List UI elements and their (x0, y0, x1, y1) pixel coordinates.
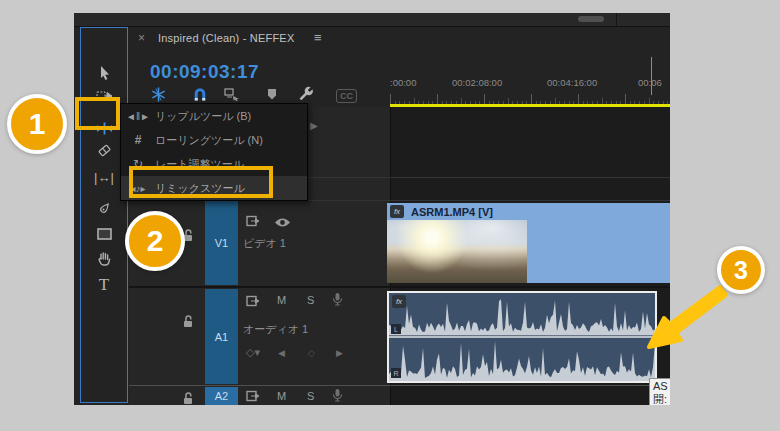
slip-icon: |↔| (94, 170, 114, 185)
tab-close-icon[interactable]: × (138, 31, 145, 45)
a1-solo-button[interactable]: S (307, 294, 314, 306)
a1-track-name[interactable]: オーディオ 1 (243, 322, 308, 337)
v1-toggle-output-eye-icon[interactable] (274, 214, 291, 232)
channel-left-label: L (391, 324, 401, 334)
track-separator (129, 385, 670, 386)
a2-voiceover-mic-icon[interactable] (332, 388, 343, 405)
clip-tooltip: AS 開: (649, 378, 670, 405)
v1-track-name[interactable]: ビデオ 1 (243, 236, 286, 251)
a2-mute-button[interactable]: M (277, 390, 286, 402)
annotation-badge-1: 1 (7, 94, 67, 154)
a1-next-keyframe-button[interactable]: ▶ (336, 348, 343, 358)
tools-panel: |↔| T (80, 27, 128, 403)
razor-icon (97, 143, 112, 158)
tooltip-line2: 開: (653, 393, 670, 405)
a1-voiceover-mic-icon[interactable] (332, 292, 343, 311)
a2-solo-button[interactable]: S (307, 390, 314, 402)
selection-arrow-icon (98, 66, 111, 81)
annotation-badge-3: 3 (717, 246, 765, 294)
menu-item-label: ローリングツール (N) (155, 133, 263, 148)
panel-scrollbar-fragment (578, 16, 604, 22)
video-clip-title: ASRM1.MP4 [V] (411, 206, 493, 218)
a1-lock-icon[interactable] (183, 314, 194, 332)
playhead-timecode[interactable]: 00:09:03:17 (150, 61, 259, 83)
pen-icon (98, 202, 110, 217)
hand-tool-button[interactable] (81, 246, 127, 270)
audio-channel-left (389, 293, 655, 335)
selection-tool-button[interactable] (81, 61, 127, 85)
clip-fx-badge: fx (392, 295, 406, 308)
a1-mute-button[interactable]: M (277, 294, 286, 306)
premiere-window: |↔| T × Inspired (Clean) - NEFFEX ≡ 00:0… (74, 13, 670, 405)
work-area-bar[interactable] (390, 104, 670, 107)
v1-sync-lock-icon[interactable] (246, 213, 261, 231)
clip-fx-badge: fx (390, 205, 404, 218)
a1-add-keyframe-button[interactable]: ◇ (308, 348, 315, 358)
tooltip-line1: AS (653, 380, 670, 393)
panel-menu-icon[interactable]: ≡ (314, 30, 322, 45)
type-icon: T (99, 275, 109, 295)
track-separator (129, 286, 670, 288)
menu-item-rolling-tool[interactable]: # ローリングツール (N) (121, 128, 307, 152)
menu-item-label: リップルツール (B) (155, 109, 251, 124)
ruler-label: :00:00 (390, 77, 416, 88)
sequence-tab-title[interactable]: Inspired (Clean) - NEFFEX (158, 32, 294, 44)
annotation-badge-2: 2 (125, 211, 185, 271)
rectangle-tool-button[interactable] (81, 222, 127, 246)
a1-prev-keyframe-button[interactable]: ◀ (278, 348, 285, 358)
type-tool-button[interactable]: T (81, 273, 127, 297)
a1-keyframe-toggle[interactable]: ◇▾ (246, 346, 260, 359)
playhead-line[interactable] (651, 57, 652, 95)
ruler-label: 00:04:16:00 (547, 77, 597, 88)
upper-panel-edge (74, 13, 670, 27)
video-clip-thumbnail (387, 220, 527, 283)
audio-channel-right (389, 338, 655, 381)
menu-item-ripple-tool[interactable]: ◄‖► リップルツール (B) (121, 104, 307, 128)
ruler-label: 00:06 (638, 77, 662, 88)
ripple-tool-icon: ◄‖► (121, 111, 155, 122)
a1-track-selector[interactable]: A1 (205, 289, 238, 384)
captions-button[interactable]: CC (336, 89, 357, 103)
audio-clip-asrm1[interactable]: fx L R (387, 291, 657, 383)
a2-lock-icon[interactable] (183, 391, 194, 405)
rolling-tool-icon: # (121, 133, 155, 147)
a1-sync-lock-icon[interactable] (246, 293, 261, 311)
a2-track-selector[interactable]: A2 (205, 387, 238, 405)
video-clip-asrm1[interactable]: fx ASRM1.MP4 [V] (387, 203, 670, 283)
annotation-box-ripple-tool (75, 97, 120, 130)
a2-sync-lock-icon[interactable] (246, 388, 261, 405)
rectangle-icon (97, 228, 112, 240)
annotation-box-remix-tool (129, 166, 273, 198)
v1-track-selector[interactable]: V1 (205, 201, 238, 285)
track-collapse-arrow-icon[interactable]: ▶ (310, 120, 318, 131)
panel-divider (616, 13, 617, 26)
ruler-label: 00:02:08:00 (452, 77, 502, 88)
hand-icon (97, 251, 111, 266)
channel-right-label: R (391, 368, 401, 378)
